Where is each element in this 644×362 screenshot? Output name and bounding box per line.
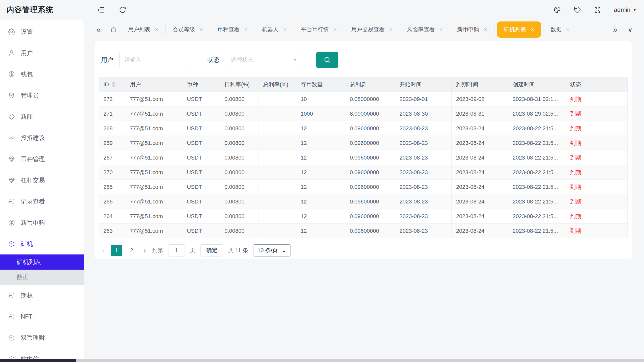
refresh-button[interactable] [119, 6, 127, 14]
table-row[interactable]: 268777@51.comUSDT0.00800120.096000002023… [99, 121, 628, 136]
table-row[interactable]: 271777@51.comUSDT0.0080010008.0000000020… [99, 107, 628, 121]
tab-1[interactable]: 会员等级× [166, 24, 210, 35]
table-cell: 2023-09-01 [395, 92, 451, 107]
menu-fold-button[interactable] [97, 6, 105, 14]
search-button[interactable] [316, 52, 338, 68]
sidebar-item-8[interactable]: 记录查看 [0, 191, 84, 212]
tab-label: 用户列表 [128, 26, 150, 33]
sidebar-item-13[interactable]: 双币理财 [0, 327, 84, 348]
table-cell: 264 [99, 209, 125, 224]
tab-label: 平台币行情 [301, 26, 329, 33]
tab-4[interactable]: 平台币行情× [294, 24, 344, 35]
table-row[interactable]: 272777@51.comUSDT0.00800100.080000002023… [99, 92, 628, 107]
sidebar-subitem-10-0[interactable]: 矿机列表 [0, 254, 84, 270]
sidebar-item-9[interactable]: 新币申购 [0, 212, 84, 233]
tab-8[interactable]: 矿机列表× [497, 21, 541, 38]
tab-0[interactable]: 用户列表× [121, 24, 165, 35]
table-cell: 0.09600000 [345, 136, 395, 150]
next-page-button[interactable]: › [142, 247, 147, 254]
tab-2[interactable]: 币种查看× [210, 24, 255, 35]
divider [577, 25, 577, 34]
sidebar-item-4[interactable]: 新闻 [0, 106, 84, 127]
sidebar-subitem-label: 矿机列表 [17, 258, 41, 266]
close-icon[interactable]: × [199, 27, 203, 33]
table-cell: 12 [296, 136, 345, 150]
table-cell: 2023-08-23 [395, 165, 451, 180]
page-button-1[interactable]: 1 [111, 245, 122, 256]
column-header-6: 总利息 [345, 77, 395, 92]
close-icon[interactable]: × [333, 27, 337, 33]
close-icon[interactable]: × [155, 27, 158, 33]
close-icon[interactable]: × [531, 27, 534, 33]
table-cell: 12 [296, 180, 345, 194]
close-icon[interactable]: × [389, 27, 393, 33]
sidebar-item-7[interactable]: 杠杆交易 [0, 170, 84, 191]
tabs-dropdown-button[interactable]: ∨ [623, 26, 637, 33]
table-cell: 2023-08-23 [395, 209, 451, 224]
select-caret-icon: ▼ [293, 58, 297, 62]
table-row[interactable]: 267777@51.comUSDT0.00800120.096000002023… [99, 150, 628, 165]
page-button-2[interactable]: 2 [126, 245, 137, 256]
fullscreen-button[interactable] [594, 6, 601, 14]
topbar-right-icons [553, 6, 601, 14]
tab-9[interactable]: 数据× [543, 24, 577, 35]
close-icon[interactable]: × [439, 27, 443, 33]
sidebar-item-12[interactable]: NFT [0, 306, 84, 327]
table-row[interactable]: 266777@51.comUSDT0.00800120.096000002023… [99, 194, 628, 209]
search-icon [323, 56, 331, 64]
sidebar-item-label: 投拆建议 [21, 134, 45, 142]
table-cell [258, 136, 296, 150]
table-row[interactable]: 265777@51.comUSDT0.00800120.096000002023… [99, 180, 628, 194]
page-size-select[interactable]: 10 条/页 ⌄ [253, 244, 290, 256]
sidebar-item-0[interactable]: 设置 [0, 21, 84, 42]
tabs-home-button[interactable] [106, 26, 121, 33]
table-cell: 到期 [566, 224, 627, 238]
palette-button[interactable] [553, 6, 561, 14]
table-cell: 777@51.com [125, 92, 182, 107]
tabs-collapse-right-button[interactable]: » [608, 25, 623, 34]
table-cell: 到期 [566, 92, 627, 107]
tab-3[interactable]: 机器人× [255, 24, 294, 35]
sidebar-item-label: 记录查看 [21, 197, 45, 205]
tab-7[interactable]: 新币申购× [450, 24, 494, 35]
table-cell: 2023-09-02 [451, 92, 508, 107]
scrollbar-thumb[interactable] [0, 359, 76, 362]
table-cell: 到期 [566, 165, 627, 180]
table-row[interactable]: 263777@51.comUSDT0.00800120.096000002023… [99, 224, 628, 238]
sidebar-subitem-10-1[interactable]: 数据 [0, 270, 84, 285]
tab-5[interactable]: 用户交易查看× [344, 24, 400, 35]
user-menu[interactable]: admin ▼ [614, 6, 636, 13]
close-icon[interactable]: × [566, 27, 570, 33]
sidebar-item-1[interactable]: 用户 [0, 42, 84, 64]
status-filter-select[interactable]: 选择状态 ▼ [226, 52, 302, 68]
table-cell: 12 [296, 121, 345, 136]
table-cell: USDT [182, 194, 220, 209]
tab-6[interactable]: 风险率查看× [400, 24, 450, 35]
tabs-collapse-left-button[interactable]: « [91, 25, 106, 34]
sort-icons[interactable] [112, 82, 115, 87]
sidebar-item-11[interactable]: 期权 [0, 285, 84, 306]
tag-button[interactable] [574, 6, 581, 14]
prev-page-button[interactable]: ‹ [101, 247, 106, 254]
user-name: admin [614, 6, 630, 13]
table-cell: 777@51.com [125, 194, 182, 209]
sidebar-item-10[interactable]: 矿机 [0, 233, 84, 254]
sidebar-item-2[interactable]: 钱包 [0, 64, 84, 85]
confirm-button[interactable]: 确定 [200, 244, 223, 256]
table-row[interactable]: 269777@51.comUSDT0.00800120.096000002023… [99, 136, 628, 150]
table-cell: 12 [296, 209, 345, 224]
table-cell: 0.00800 [220, 121, 258, 136]
table-row[interactable]: 264777@51.comUSDT0.00800120.096000002023… [99, 209, 628, 224]
horizontal-scrollbar[interactable] [0, 359, 644, 362]
table-row[interactable]: 270777@51.comUSDT0.00800120.096000002023… [99, 165, 628, 180]
close-icon[interactable]: × [244, 27, 248, 33]
sidebar-menu: 设置用户钱包管理员新闻投拆建议币种管理杠杆交易记录查看新币申购矿机矿机列表数据期… [0, 21, 84, 362]
close-icon[interactable]: × [484, 27, 487, 33]
goto-page-input[interactable] [168, 244, 185, 256]
sidebar-item-5[interactable]: 投拆建议 [0, 127, 84, 148]
table-cell: 12 [296, 194, 345, 209]
sidebar-item-3[interactable]: 管理员 [0, 85, 84, 106]
user-filter-input[interactable] [119, 52, 191, 68]
sidebar-item-6[interactable]: 币种管理 [0, 148, 84, 170]
close-icon[interactable]: × [283, 27, 287, 33]
